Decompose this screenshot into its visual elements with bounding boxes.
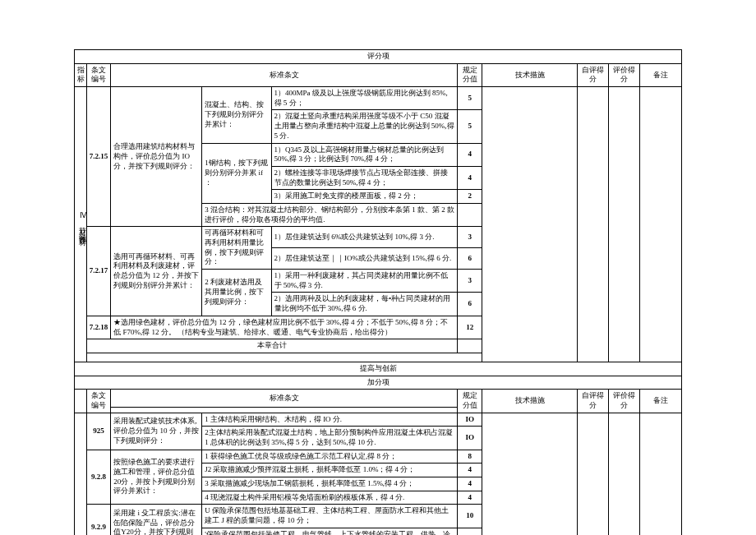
clause-7215-a2-value: 5	[458, 110, 482, 143]
clause-929-r2: '保险承保范围包括装修工程，电气管线、上下水管线的安装工程，供热、冷冻系统工程的…	[202, 528, 458, 535]
clause-7218: 7.2.18	[86, 316, 111, 339]
clause-7218-value: 12	[458, 316, 482, 339]
clause-7217-b2-value: 6	[458, 293, 482, 316]
col-eval-score: 评价得分	[609, 63, 640, 86]
clause-7217-b-head: 2 利废建材选用及其用量比例，按下列规则评分：	[202, 270, 271, 316]
clause-7218-text: ★选用绿色建材，评价总分值为 12 分，绿色建材应用比例不低于 30%,得 4 …	[111, 316, 458, 339]
clause-7217-a2-value: 6	[458, 248, 482, 270]
col-indicator: 指标	[75, 63, 87, 86]
s2-col-standard: 标准条文	[111, 390, 458, 408]
clause-925-r1: 1 主体结构采用钢结构、木结构，得 IO 分.	[202, 413, 458, 427]
s2-col-remark: 备注	[640, 390, 682, 413]
s2-blank-lead	[75, 390, 87, 413]
blank-row	[86, 353, 482, 362]
clause-7215-desc: 合理选用建筑结构材料与构件，评价总分值为 IO 分，并按下列规则评分：	[111, 87, 202, 227]
clause-925: 925	[86, 413, 111, 450]
clause-928-r3-value: 4	[458, 477, 482, 491]
clause-928: 9.2.8	[86, 450, 111, 505]
clause-928-r2-value: 4	[458, 464, 482, 477]
tech-cell-1	[482, 87, 578, 362]
s2-col-self-score: 自评得分	[578, 390, 609, 413]
clause-7215-b1: 1）Q345 及以上高强钢材用量占钢材总量的比例达到 50%,得 3 分；比例达…	[271, 143, 458, 166]
clause-7215-b2-value: 4	[458, 166, 482, 189]
clause-928-r1: 1 获得绿色施工优良等级或绿色施工示范工程认定,得 8 分；	[202, 450, 458, 464]
clause-7217: 7.2.17	[86, 227, 111, 316]
clause-7215-a-head: 混凝土、结构、按下列规则分别评分并累计：	[202, 87, 271, 143]
clause-928-r3: 3 采取措施减少现场加工钢筋损耗，损耗率降低至 1.5%,得 4 分；	[202, 477, 458, 491]
s2-col-clause-no: 条文编号	[86, 390, 111, 413]
s2-col-eval-score: 评价得分	[609, 390, 640, 413]
clause-928-desc: 按照绿色施工的要求进行施工和管理，评价总分值20分，并按卜列规则分别评分并累计：	[111, 450, 202, 505]
clause-7215-b2: 2）螺栓连接等非现场焊接节点占现场全部连接、拼接节点的数量比例达到 50%,得 …	[271, 166, 458, 189]
clause-925-r2-value: IO	[458, 427, 482, 450]
clause-7215-c: 3 混合结构：对其混凝土结构部分、钢结构部分，分别按本条第 1 款、第 2 款进…	[202, 203, 458, 226]
clause-7217-desc: 选用可再循环材料、可再利用材料及利废建材，评价总分值为 12 分，并按下列规则分…	[111, 227, 202, 316]
clause-925-desc: 采用装配式建筑技术体系, 评价总分值为 10 分，并按下列规则评分：	[111, 413, 202, 450]
clause-7217-b1-value: 3	[458, 270, 482, 293]
s2-lead	[75, 413, 87, 535]
clause-929-r2-value: IO	[458, 528, 482, 535]
clause-925-r2: 2主体结构采用装配式混凝土结构，地上部分预制构件应用混凝土体积占混凝 1 总体积…	[202, 427, 458, 450]
s2-col-spec-value: 规定分值	[458, 390, 482, 413]
eval-cell-1	[609, 87, 640, 362]
s2-remark	[640, 413, 682, 535]
clause-7217-a1-value: 3	[458, 227, 482, 248]
side-category: Ⅳ节材绿色在材	[75, 87, 87, 362]
clause-7217-b1: 1）采用一种利废建材，其占同类建材的用量比例不低于 50%,得 3 分.	[271, 270, 458, 293]
clause-929-r1-value: 10	[458, 505, 482, 528]
section-header-improve: 提高与创新	[75, 362, 682, 376]
clause-7215-b-head: 1钢结构，按下列规则分别评分并累 if ：	[202, 143, 271, 203]
clause-929-desc: 采用建 i 殳工程质实:潜在缶陷保险产品，评价总分值Y20分，并按下列规则分别H…	[111, 505, 202, 535]
subtotal-label: 本章合计	[86, 339, 458, 353]
col-self-score: 自评得分	[578, 63, 609, 86]
clause-928-r1-value: 8	[458, 450, 482, 464]
clause-7215-b1-value: 4	[458, 143, 482, 166]
scoring-table: 评分项 指标 条文编号 标准条文 规定分值 技术措施 自评得分 评价得分 备注 …	[74, 49, 682, 535]
s2-self	[578, 413, 609, 535]
clause-7215-a1: 1）400MPa 级及以上强度等级钢筋应用比例达到 85%,得 5 分；	[271, 87, 458, 110]
clause-925-r1-value: IO	[458, 413, 482, 427]
clause-7217-a-head: 可再循环材料和可再利用材料用量比例，按下列规则评分：	[202, 227, 271, 270]
s2-tech	[482, 413, 578, 535]
clause-928-r4-value: 4	[458, 491, 482, 505]
s2-col-tech-measure: 技术措施	[482, 390, 578, 413]
section-header-scoring: 评分项	[75, 50, 682, 64]
clause-7215-a1-value: 5	[458, 87, 482, 110]
clause-7215-a2: 2）混凝土竖向承重结构采用强度等级不小于 C50 混凝土用量占整向承重结构中混凝…	[271, 110, 458, 143]
self-cell-1	[578, 87, 609, 362]
clause-7215: 7.2.15	[86, 87, 111, 227]
clause-7215-b3-value: 2	[458, 190, 482, 204]
clause-7217-a1: 1）居住建筑达到 6%或公共建筑达到 10%,得 3 分.	[271, 227, 458, 248]
col-standard: 标准条文	[111, 63, 458, 86]
clause-928-r2: J2 采取措施减少预拌混凝土损耗，损耗率降低至 1.0%；得 4 分；	[202, 464, 458, 477]
section-sub-bonus: 加分项	[75, 376, 682, 390]
clause-929-r1: U 保险承保范围包括地基基础工程、主体结构工程、屋面防水工程和其他土建工 J 程…	[202, 505, 458, 528]
s2-eval	[609, 413, 640, 535]
col-spec-value: 规定分值	[458, 63, 482, 86]
clause-928-r4: 4 现浇混凝土构件采用铝模等免墙面粉刷的模板体系，得 4 分.	[202, 491, 458, 505]
clause-929: 9.2.9	[86, 505, 111, 535]
subtotal-value	[458, 339, 482, 353]
col-clause-no: 条文编号	[86, 63, 111, 86]
col-remark: 备注	[640, 63, 682, 86]
clause-7217-b2: 2）选用两种及以上的利废建材，每•种占同类建材的用量比例均不低于 30%,得 6…	[271, 293, 458, 316]
clause-7217-a2: 2）居住建筑达至｜｜IO%或公共建筑达到 15%,得 6 分.	[271, 248, 458, 270]
clause-7215-b3: 3）采用施工时免支撑的楼屋面板，得 2 分；	[271, 190, 458, 204]
col-tech-measure: 技术措施	[482, 63, 578, 86]
clause-7215-c-value	[458, 203, 482, 226]
remark-cell-1	[640, 87, 682, 362]
